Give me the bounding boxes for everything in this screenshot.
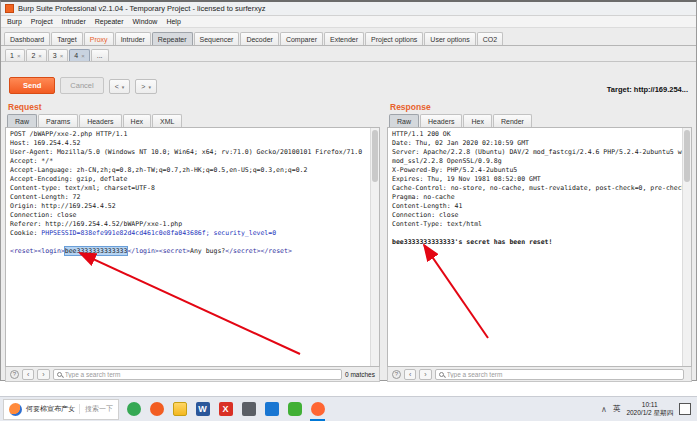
response-search-input[interactable] — [447, 371, 680, 378]
editor-line: Content-Type: text/html — [392, 220, 680, 229]
menu-burp[interactable]: Burp — [7, 18, 22, 25]
tab-target[interactable]: Target — [51, 32, 82, 45]
taskbar-search-button[interactable]: 搜索一下 — [79, 404, 113, 414]
repeater-tab-4[interactable]: 4× — [69, 49, 89, 61]
window-title: Burp Suite Professional v2.1.04 - Tempor… — [18, 4, 265, 13]
response-tab-raw[interactable]: Raw — [389, 114, 419, 127]
request-editor[interactable]: POST /bWAPP/xxe-2.php HTTP/1.1Host: 169.… — [5, 127, 380, 367]
text-segment: Connection: close — [10, 211, 77, 219]
burp-icon[interactable] — [307, 398, 328, 421]
request-match-count: 0 matches — [345, 371, 375, 378]
taskbar-clock[interactable]: 10:11 2020/1/2 星期四 — [626, 401, 673, 417]
editor-dark-glyph — [242, 402, 256, 416]
hidden-icons-chevron-icon[interactable]: ∧ — [601, 405, 607, 414]
text-segment: Connection: close — [392, 211, 459, 219]
excel-red-icon[interactable]: X — [215, 398, 236, 421]
menu-window[interactable]: Window — [133, 18, 158, 25]
search-next-button[interactable]: › — [419, 369, 431, 380]
send-button[interactable]: Send — [9, 77, 55, 94]
cancel-button[interactable]: Cancel — [60, 77, 103, 94]
tab-co2[interactable]: CO2 — [477, 32, 503, 45]
editor-line — [392, 229, 680, 238]
response-tab-render[interactable]: Render — [493, 114, 532, 127]
request-search-field[interactable] — [53, 369, 342, 380]
menu-intruder[interactable]: Intruder — [62, 18, 86, 25]
repeater-tab-label: 3 — [53, 52, 57, 59]
menu-help[interactable]: Help — [166, 18, 180, 25]
tab-sequencer[interactable]: Sequencer — [194, 32, 240, 45]
text-segment: Content-Length: 72 — [10, 193, 80, 201]
tab-project-options[interactable]: Project options — [365, 32, 423, 45]
request-search-input[interactable] — [65, 371, 338, 378]
close-icon[interactable]: × — [60, 53, 64, 59]
search-widget-logo-icon — [9, 403, 22, 416]
response-search-bar: ? ‹ › — [387, 367, 692, 382]
editor-line: X-Powered-By: PHP/5.2.4-2ubuntu5 — [392, 166, 680, 175]
action-center-icon[interactable] — [679, 403, 691, 415]
request-tab-params[interactable]: Params — [38, 114, 78, 127]
request-scrollbar[interactable] — [370, 128, 379, 366]
editor-line: User-Agent: Mozilla/5.0 (Windows NT 10.0… — [10, 148, 368, 157]
browser-orange-icon[interactable] — [146, 398, 167, 421]
scrollbar-thumb[interactable] — [684, 130, 690, 182]
browser-green-icon[interactable] — [123, 398, 144, 421]
next-request-button[interactable]: > ▾ — [135, 79, 157, 94]
close-icon[interactable]: × — [81, 53, 85, 59]
repeater-tab-3[interactable]: 3× — [48, 49, 68, 61]
text-segment: Host: 169.254.4.52 — [10, 139, 80, 147]
editor-line: POST /bWAPP/xxe-2.php HTTP/1.1 — [10, 130, 368, 139]
response-tab-headers[interactable]: Headers — [420, 114, 462, 127]
response-tab-hex[interactable]: Hex — [463, 114, 491, 127]
repeater-tab-1[interactable]: 1× — [5, 49, 25, 61]
response-search-field[interactable] — [435, 369, 684, 380]
editor-line: Server: Apache/2.2.8 (Ubuntu) DAV/2 mod_… — [392, 148, 680, 157]
tab-intruder[interactable]: Intruder — [115, 32, 151, 45]
response-editor[interactable]: HTTP/1.1 200 OKDate: Thu, 02 Jan 2020 02… — [387, 127, 692, 367]
taskbar-search-widget[interactable]: 何要棉宣布产女 搜索一下 — [3, 399, 119, 420]
search-prev-button[interactable]: ‹ — [404, 369, 416, 380]
window-app-icon[interactable] — [261, 398, 282, 421]
repeater-tab-overflow[interactable]: ... — [91, 49, 109, 61]
close-icon[interactable]: × — [38, 53, 42, 59]
menu-repeater[interactable]: Repeater — [95, 18, 124, 25]
scrollbar-thumb[interactable] — [372, 130, 378, 182]
tab-dashboard[interactable]: Dashboard — [4, 32, 50, 45]
tab-extender[interactable]: Extender — [324, 32, 364, 45]
help-icon[interactable]: ? — [392, 370, 401, 379]
text-segment: Date: Thu, 02 Jan 2020 02:10:59 GMT — [392, 139, 529, 147]
language-indicator[interactable]: 英 — [613, 404, 621, 414]
text-segment: Any bugs? — [190, 247, 225, 255]
tab-repeater[interactable]: Repeater — [152, 32, 193, 45]
help-icon[interactable]: ? — [10, 370, 19, 379]
repeater-tab-label: 1 — [10, 52, 14, 59]
response-scrollbar[interactable] — [682, 128, 691, 366]
request-tab-bar: RawParamsHeadersHexXML — [5, 114, 380, 127]
request-tab-xml[interactable]: XML — [152, 114, 182, 127]
prev-request-button[interactable]: < ▾ — [109, 79, 131, 94]
taskbar-app-icons: WX — [123, 398, 328, 421]
repeater-tab-2[interactable]: 2× — [26, 49, 46, 61]
editor-line: Content-type: text/xml; charset=UTF-8 — [10, 184, 368, 193]
request-tab-headers[interactable]: Headers — [79, 114, 121, 127]
text-segment: Origin: http://169.254.4.52 — [10, 202, 116, 210]
request-tab-raw[interactable]: Raw — [7, 114, 37, 127]
text-segment: bee3333333333333's secret has been reset… — [392, 238, 552, 246]
editor-line: Origin: http://169.254.4.52 — [10, 202, 368, 211]
editor-line: Accept-Language: zh-CN,zh;q=0.8,zh-TW;q=… — [10, 166, 368, 175]
close-icon[interactable]: × — [17, 53, 21, 59]
request-tab-hex[interactable]: Hex — [123, 114, 151, 127]
search-prev-button[interactable]: ‹ — [22, 369, 34, 380]
menu-project[interactable]: Project — [31, 18, 53, 25]
tab-comparer[interactable]: Comparer — [280, 32, 323, 45]
window-app-glyph — [265, 402, 279, 416]
file-explorer-icon[interactable] — [169, 398, 190, 421]
wechat-icon[interactable] — [284, 398, 305, 421]
word-icon[interactable]: W — [192, 398, 213, 421]
tab-user-options[interactable]: User options — [424, 32, 475, 45]
tab-decoder[interactable]: Decoder — [240, 32, 278, 45]
search-next-button[interactable]: › — [37, 369, 49, 380]
file-explorer-glyph — [173, 402, 187, 416]
tab-proxy[interactable]: Proxy — [84, 32, 114, 45]
text-segment: Server: Apache/2.2.8 (Ubuntu) DAV/2 mod_… — [392, 148, 691, 156]
editor-dark-icon[interactable] — [238, 398, 259, 421]
